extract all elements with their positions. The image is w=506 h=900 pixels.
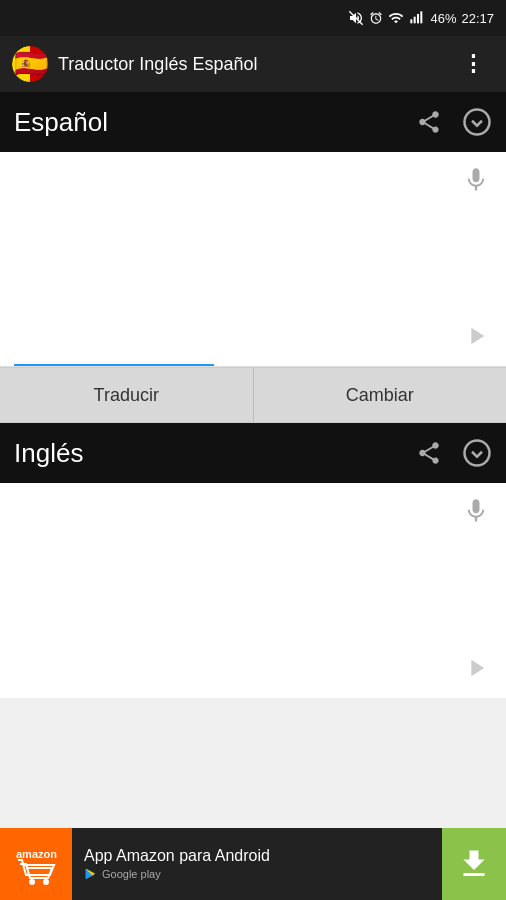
ad-subtitle: Google play <box>84 867 430 881</box>
svg-rect-1 <box>411 19 413 23</box>
svg-point-8 <box>29 879 35 885</box>
signal-icon <box>409 10 425 26</box>
mute-icon <box>348 10 364 26</box>
target-share-button[interactable] <box>416 440 442 466</box>
svg-text:amazon: amazon <box>16 848 57 860</box>
target-text-output <box>0 483 506 698</box>
ad-content: App Amazon para Android Google play <box>72 839 442 889</box>
target-play-button[interactable] <box>462 654 490 682</box>
alarm-icon <box>369 11 383 25</box>
change-button[interactable]: Cambiar <box>254 368 507 422</box>
app-icon: 🇪🇸 <box>12 46 48 82</box>
ad-title: App Amazon para Android <box>84 847 430 865</box>
target-language-panel: Inglés <box>0 423 506 483</box>
target-output-area <box>0 483 506 698</box>
download-icon <box>456 846 492 882</box>
target-language-dropdown[interactable] <box>462 438 492 468</box>
target-language-label: Inglés <box>14 438 396 469</box>
overflow-menu-button[interactable]: ⋮ <box>454 47 494 81</box>
status-bar: 46% 22:17 <box>0 0 506 36</box>
ad-logo: amazon <box>0 828 72 900</box>
amazon-cart-icon: amazon <box>12 840 60 888</box>
wifi-icon <box>388 10 404 26</box>
flag-icon: 🇪🇸 <box>14 48 48 80</box>
battery-level: 46% <box>430 11 456 26</box>
svg-rect-3 <box>417 14 419 23</box>
source-share-button[interactable] <box>416 109 442 135</box>
action-buttons-row: Traducir Cambiar <box>0 367 506 423</box>
source-text-input[interactable] <box>0 152 506 366</box>
source-language-label: Español <box>14 107 396 138</box>
translate-button[interactable]: Traducir <box>0 368 254 422</box>
svg-rect-4 <box>421 11 423 23</box>
app-title: Traductor Inglés Español <box>58 54 444 75</box>
status-icons: 46% 22:17 <box>348 10 494 26</box>
svg-point-6 <box>465 441 490 466</box>
ad-download-button[interactable] <box>442 828 506 900</box>
app-bar: 🇪🇸 Traductor Inglés Español ⋮ <box>0 36 506 92</box>
ad-banner[interactable]: amazon App Amazon para Android Google pl… <box>0 828 506 900</box>
svg-point-9 <box>43 879 49 885</box>
clock: 22:17 <box>461 11 494 26</box>
source-language-dropdown[interactable] <box>462 107 492 137</box>
source-input-area <box>0 152 506 367</box>
ad-google-play-text: Google play <box>102 868 161 880</box>
source-play-button[interactable] <box>462 322 490 350</box>
source-language-panel: Español <box>0 92 506 152</box>
svg-rect-2 <box>414 17 416 24</box>
input-underline <box>14 364 214 366</box>
target-mic-button[interactable] <box>462 497 490 525</box>
svg-point-5 <box>465 110 490 135</box>
source-mic-button[interactable] <box>462 166 490 194</box>
google-play-icon <box>84 867 98 881</box>
